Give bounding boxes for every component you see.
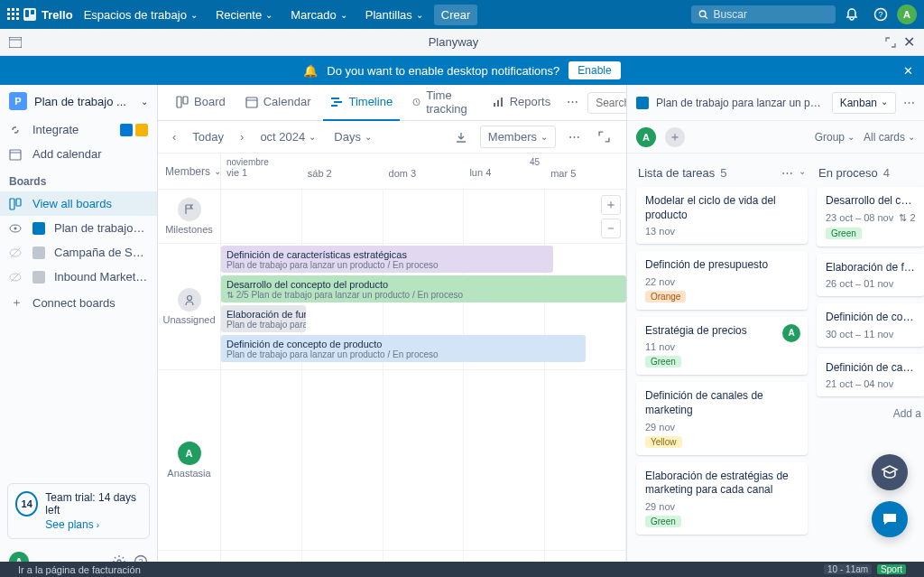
svg-point-49 — [187, 296, 191, 301]
window-icon[interactable] — [9, 37, 22, 48]
zoom-out-button[interactable]: － — [601, 219, 621, 238]
chevron-down-icon: ⌄ — [141, 97, 148, 107]
kanban-card[interactable]: Definición de concep 30 oct – 11 nov — [817, 303, 924, 347]
tab-calendar[interactable]: Calendar — [238, 85, 319, 121]
sidebar-add-calendar[interactable]: Add calendar — [0, 142, 157, 166]
sidebar-board-plan[interactable]: Plan de trabajo par... — [0, 216, 157, 240]
col-collapse-icon[interactable]: ⌄ — [799, 166, 806, 180]
kanban-card[interactable]: Definción de presupuesto 22 nov Orange — [636, 251, 808, 310]
timeline-bar[interactable]: Definición de concepto de producto Plan … — [221, 335, 586, 362]
sidebar-integrate[interactable]: Integrate — [0, 117, 157, 142]
svg-rect-0 — [7, 8, 10, 11]
see-plans-link[interactable]: See plans› — [45, 518, 142, 531]
create-button[interactable]: Crear — [434, 5, 478, 25]
fullscreen-button[interactable] — [593, 127, 615, 146]
chat-button[interactable] — [872, 501, 908, 537]
user-avatar[interactable]: A — [897, 5, 917, 24]
trello-search-input[interactable] — [714, 8, 828, 21]
col-more-icon[interactable]: ⋯ — [781, 166, 793, 180]
main-layout: P Plan de trabajo ... ⌄ Integrate Add ca… — [0, 85, 924, 577]
svg-rect-39 — [494, 103, 495, 107]
floating-buttons — [872, 454, 908, 537]
menu-marked[interactable]: Marcado⌄ — [283, 5, 355, 25]
menu-templates[interactable]: Plantillas⌄ — [358, 5, 430, 25]
row-unassigned: Unassigned — [158, 244, 220, 370]
help-icon[interactable]: ? — [868, 2, 893, 27]
download-button[interactable] — [449, 127, 473, 147]
col-count: 4 — [883, 166, 890, 180]
notification-text: Do you want to enable desktop notificati… — [327, 64, 559, 78]
tab-timeline[interactable]: Timeline — [323, 85, 400, 121]
scale-dropdown[interactable]: Days⌄ — [328, 126, 377, 147]
kanban-card[interactable]: Elaboración de estratégias de marketing … — [636, 462, 808, 535]
board-name[interactable]: Plan de trabajo para lanzar un producto … — [656, 97, 825, 109]
svg-rect-16 — [9, 37, 22, 48]
trial-days-circle: 14 — [15, 491, 38, 517]
sidebar-connect-boards[interactable]: ＋ Connect boards — [0, 289, 157, 316]
panel-more-button[interactable]: ⋯ — [903, 96, 915, 109]
svg-rect-20 — [10, 199, 14, 209]
group-dropdown[interactable]: Group⌄ — [815, 131, 855, 144]
kanban-card[interactable]: Desarrollo del conce 23 oct – 08 nov ⇅ 2… — [817, 187, 924, 247]
notifications-icon[interactable] — [839, 2, 864, 27]
kanban-col-lista: Lista de tareas 5 ⋯⌄ Modelar el ciclo de… — [636, 163, 808, 568]
members-dropdown[interactable]: Members⌄ — [480, 126, 556, 148]
timeline-bar[interactable]: Desarrollo del concepto del producto ⇅ 2… — [221, 275, 626, 302]
center-column: Board Calendar Timeline Time tracking Re… — [158, 85, 626, 577]
svg-rect-33 — [246, 98, 257, 107]
svg-rect-3 — [7, 13, 10, 15]
academy-button[interactable] — [872, 454, 908, 490]
kanban-card[interactable]: Elaboración de funci 26 oct – 01 nov — [817, 254, 924, 297]
kanban-card[interactable]: Modelar el ciclo de vida del producto 13… — [636, 187, 808, 244]
kanban-card[interactable]: A Estratégia de precios 11 nov Green — [636, 317, 808, 376]
flag-icon — [178, 198, 201, 221]
track-anastasia — [221, 370, 626, 551]
timeline-bar[interactable]: Elaboración de func Plan de trabajo para… — [221, 305, 306, 332]
kanban-dropdown[interactable]: Kanban⌄ — [832, 92, 896, 114]
prev-arrow[interactable]: ‹ — [169, 130, 180, 144]
menu-workspaces[interactable]: Espacios de trabajo⌄ — [77, 5, 205, 25]
trial-text: Team trial: 14 days left — [45, 491, 142, 517]
bottom-peek-bar: Ir a la página de facturación 10 - 11am … — [0, 562, 924, 577]
add-card-button[interactable]: Add a — [817, 404, 924, 423]
trello-search[interactable] — [691, 5, 836, 23]
more-button[interactable]: ⋯ — [563, 126, 586, 147]
bell-emoji-icon: 🔔 — [303, 64, 318, 78]
back-link[interactable]: Ir a la página de facturación — [18, 564, 141, 575]
board-color-chip — [636, 97, 649, 109]
right-panel-sub: A ＋ Group⌄ All cards⌄ — [627, 121, 924, 154]
trello-logo[interactable]: Trello — [23, 8, 73, 22]
menu-recent[interactable]: Reciente⌄ — [208, 5, 280, 25]
sidebar-board-inbound[interactable]: Inbound Marketing ... — [0, 265, 157, 289]
members-header[interactable]: Members⌄ — [158, 154, 220, 190]
add-member-button[interactable]: ＋ — [665, 127, 685, 147]
boards-section-label: Boards — [0, 166, 157, 191]
tab-more[interactable]: ⋯ — [563, 85, 582, 121]
expand-icon[interactable] — [885, 37, 896, 48]
tab-reports[interactable]: Reports — [485, 85, 559, 121]
sidebar-view-all-boards[interactable]: View all boards — [0, 191, 157, 216]
sidebar-board-sem[interactable]: Campaña de SEM — [0, 240, 157, 265]
tab-board[interactable]: Board — [169, 85, 233, 121]
enable-button[interactable]: Enable — [568, 61, 620, 79]
kanban-card[interactable]: Definición de caracte 21 oct – 04 nov — [817, 354, 924, 397]
next-arrow[interactable]: › — [236, 130, 247, 144]
timeline-bar[interactable]: Definición de características estratégic… — [221, 246, 553, 273]
workspace-selector[interactable]: P Plan de trabajo ... ⌄ — [0, 85, 157, 117]
svg-point-23 — [14, 227, 17, 229]
month-dropdown[interactable]: oct 2024⌄ — [254, 126, 321, 147]
banner-close-icon[interactable]: ✕ — [903, 64, 913, 78]
svg-line-13 — [705, 16, 707, 19]
svg-text:?: ? — [878, 10, 882, 19]
today-button[interactable]: Today — [187, 126, 229, 147]
all-cards-dropdown[interactable]: All cards⌄ — [864, 131, 915, 144]
zoom-in-button[interactable]: ＋ — [601, 195, 621, 215]
kanban-card[interactable]: Definición de canales de marketing 29 no… — [636, 382, 808, 454]
tab-time-tracking[interactable]: Time tracking — [405, 85, 479, 121]
panel-avatar[interactable]: A — [636, 127, 656, 147]
close-icon[interactable]: ✕ — [903, 33, 915, 51]
timeline-grid[interactable]: ＋ － noviembrevie 1 sáb 2 dom 3 45lun 4 m… — [221, 154, 626, 577]
svg-rect-18 — [10, 150, 21, 160]
row-milestones: Milestones — [158, 190, 220, 244]
apps-grid-icon[interactable] — [7, 8, 20, 21]
